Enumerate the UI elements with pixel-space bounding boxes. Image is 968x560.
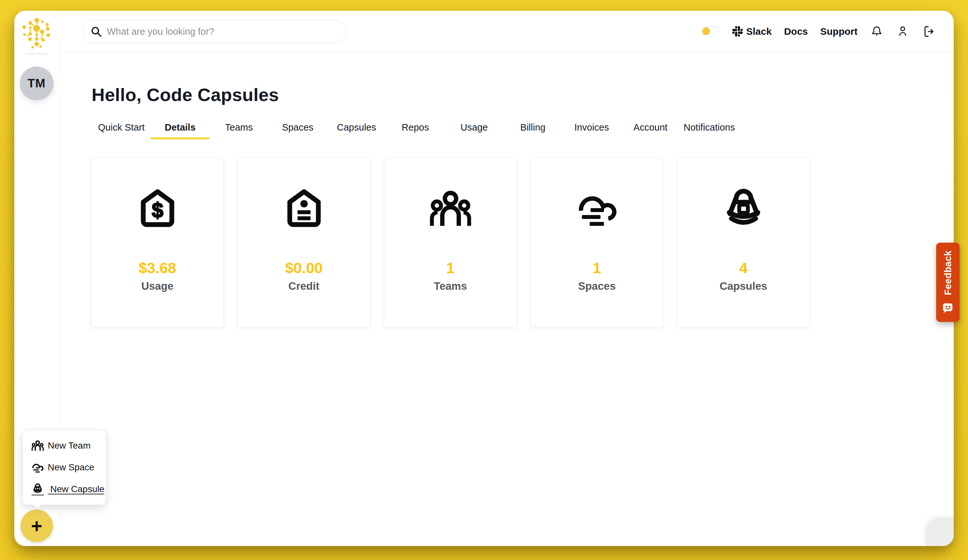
app-window: TM + Slack Docs Support bbox=[14, 11, 954, 546]
credit-label: Credit bbox=[238, 280, 370, 292]
search-icon bbox=[91, 26, 102, 37]
chat-widget-stub[interactable] bbox=[926, 517, 954, 546]
nav-docs-label: Docs bbox=[784, 26, 808, 37]
teams-icon bbox=[430, 188, 471, 229]
usage-icon bbox=[137, 188, 178, 229]
tab-repos[interactable]: Repos bbox=[386, 120, 445, 139]
credit-card[interactable]: $0.00 Credit bbox=[237, 157, 370, 327]
teams-card[interactable]: 1 Teams bbox=[384, 157, 517, 327]
spaces-card[interactable]: 1 Spaces bbox=[530, 157, 663, 327]
usage-label: Usage bbox=[91, 280, 224, 292]
tab-account[interactable]: Account bbox=[621, 120, 680, 139]
nav-docs[interactable]: Docs bbox=[784, 26, 808, 37]
nav-slack[interactable]: Slack bbox=[732, 26, 771, 37]
fab-menu: New Team New Space New Capsule bbox=[22, 430, 106, 505]
tab-notifications[interactable]: Notifications bbox=[680, 120, 739, 139]
tab-quick-start[interactable]: Quick Start bbox=[92, 120, 151, 139]
theme-toggle[interactable] bbox=[701, 27, 720, 36]
capsules-value: 4 bbox=[677, 259, 809, 277]
bell-icon bbox=[870, 25, 883, 38]
avatar[interactable]: TM bbox=[20, 66, 54, 100]
topbar: Slack Docs Support bbox=[59, 11, 954, 52]
credit-icon bbox=[283, 188, 325, 229]
capsule-icon bbox=[31, 483, 44, 495]
tab-invoices[interactable]: Invoices bbox=[562, 120, 621, 139]
main-content: Hello, Code Capsules Quick Start Details… bbox=[59, 52, 954, 546]
slack-icon bbox=[732, 26, 743, 37]
page-title: Hello, Code Capsules bbox=[91, 84, 954, 105]
nav-slack-label: Slack bbox=[746, 26, 771, 37]
nav-support-label: Support bbox=[820, 26, 857, 37]
menu-item-new-capsule[interactable]: New Capsule bbox=[23, 483, 106, 495]
spaces-value: 1 bbox=[531, 259, 663, 277]
code-capsules-logo[interactable] bbox=[20, 17, 54, 50]
credit-value: $0.00 bbox=[238, 259, 370, 277]
toggle-knob bbox=[702, 27, 710, 35]
tab-details[interactable]: Details bbox=[151, 120, 209, 139]
menu-item-new-space-label: New Space bbox=[48, 462, 94, 473]
nav-support[interactable]: Support bbox=[820, 26, 857, 37]
capsules-card[interactable]: 4 Capsules bbox=[677, 157, 810, 327]
stat-cards: $3.68 Usage $0.00 Credit 1 Teams 1 Space… bbox=[59, 157, 954, 327]
tab-billing[interactable]: Billing bbox=[504, 120, 562, 139]
notifications-button[interactable] bbox=[870, 25, 883, 38]
user-icon bbox=[896, 25, 910, 38]
feedback-tab[interactable]: Feedback bbox=[936, 243, 960, 322]
topnav: Slack Docs Support bbox=[701, 11, 935, 52]
sidebar-divider bbox=[26, 54, 47, 54]
usage-value: $3.68 bbox=[91, 259, 224, 277]
tab-capsules[interactable]: Capsules bbox=[327, 120, 386, 139]
spaces-icon bbox=[576, 188, 618, 229]
tab-usage[interactable]: Usage bbox=[445, 120, 504, 139]
search-bar[interactable] bbox=[82, 20, 346, 43]
feedback-label: Feedback bbox=[943, 250, 953, 295]
tab-spaces[interactable]: Spaces bbox=[268, 120, 327, 139]
team-icon bbox=[31, 439, 44, 452]
space-icon bbox=[31, 461, 44, 474]
account-button[interactable] bbox=[896, 25, 910, 38]
add-fab-button[interactable]: + bbox=[20, 510, 53, 542]
menu-item-new-capsule-label: New Capsule bbox=[48, 484, 104, 494]
teams-label: Teams bbox=[384, 280, 517, 292]
search-input[interactable] bbox=[107, 27, 338, 37]
logout-button[interactable] bbox=[922, 25, 935, 38]
spaces-label: Spaces bbox=[531, 280, 663, 292]
capsules-icon bbox=[723, 188, 764, 229]
tab-teams[interactable]: Teams bbox=[209, 120, 268, 139]
feedback-smiley-icon bbox=[942, 302, 954, 314]
tab-bar: Quick Start Details Teams Spaces Capsule… bbox=[59, 120, 954, 139]
menu-item-new-space[interactable]: New Space bbox=[23, 461, 106, 474]
logout-icon bbox=[922, 25, 935, 38]
menu-item-new-team-label: New Team bbox=[48, 441, 91, 451]
menu-item-new-team[interactable]: New Team bbox=[23, 439, 106, 452]
usage-card[interactable]: $3.68 Usage bbox=[91, 157, 224, 327]
teams-value: 1 bbox=[384, 259, 517, 277]
capsules-label: Capsules bbox=[677, 280, 809, 292]
